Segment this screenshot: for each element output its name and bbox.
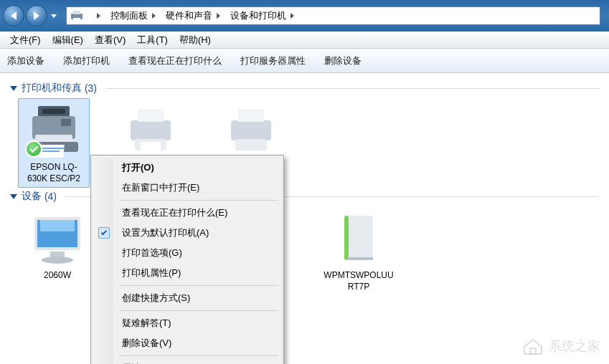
separator <box>119 310 278 311</box>
svg-rect-1 <box>73 11 80 14</box>
breadcrumb-segment[interactable]: 设备和打印机 <box>225 7 298 24</box>
ctx-open[interactable]: 打开(O) <box>93 158 281 178</box>
svg-rect-13 <box>138 109 164 122</box>
nav-history-button[interactable] <box>49 5 59 27</box>
add-device-button[interactable]: 添加设备 <box>7 54 44 67</box>
svg-rect-18 <box>235 139 267 150</box>
print-server-properties-button[interactable]: 打印服务器属性 <box>240 54 306 67</box>
ctx-view-queue[interactable]: 查看现在正在打印什么(E) <box>93 203 281 223</box>
ctx-open-new-window[interactable]: 在新窗口中打开(E) <box>93 178 281 198</box>
breadcrumb-label: 硬件和声音 <box>166 9 212 22</box>
svg-rect-2 <box>73 18 80 21</box>
ctx-properties[interactable]: 属性(R) <box>93 358 281 364</box>
device-item[interactable]: 2060W <box>22 210 93 292</box>
menu-bar: 文件(F) 编辑(E) 查看(V) 工具(T) 帮助(H) <box>0 32 609 49</box>
nav-buttons <box>3 5 59 27</box>
nav-forward-button[interactable] <box>26 5 47 27</box>
device-label: 2060W <box>22 270 93 282</box>
chevron-right-icon <box>291 13 294 19</box>
arrow-right-icon <box>34 11 39 20</box>
svg-rect-12 <box>131 120 171 140</box>
menu-edit[interactable]: 编辑(E) <box>47 32 89 48</box>
chevron-right-icon <box>217 13 220 19</box>
ctx-set-default[interactable]: 设置为默认打印机(A) <box>93 223 281 243</box>
external-drive-icon <box>330 210 387 267</box>
group-label: 设备 <box>22 190 42 203</box>
svg-rect-16 <box>231 120 271 140</box>
watermark-text: 系统之家 <box>549 337 600 355</box>
collapse-icon[interactable] <box>10 86 17 91</box>
separator <box>119 200 278 201</box>
ctx-preferences[interactable]: 打印首选项(G) <box>93 243 281 263</box>
separator <box>119 285 278 286</box>
add-printer-button[interactable]: 添加打印机 <box>63 54 110 67</box>
printer-icon <box>122 102 179 159</box>
ctx-troubleshoot[interactable]: 疑难解答(T) <box>93 313 281 333</box>
default-check-icon <box>25 140 42 158</box>
svg-rect-4 <box>42 109 65 114</box>
menu-help[interactable]: 帮助(H) <box>174 32 217 48</box>
context-menu: 打开(O) 在新窗口中打开(E) 查看现在正在打印什么(E) 设置为默认打印机(… <box>90 155 284 364</box>
command-bar: 添加设备 添加打印机 查看现在正在打印什么 打印服务器属性 删除设备 <box>0 49 609 73</box>
ctx-create-shortcut[interactable]: 创建快捷方式(S) <box>93 288 281 308</box>
group-count: (4) <box>44 191 57 202</box>
chevron-down-icon <box>51 14 57 18</box>
breadcrumb-segment[interactable] <box>87 7 105 24</box>
menu-view[interactable]: 查看(V) <box>89 32 131 48</box>
chevron-right-icon <box>152 13 156 19</box>
svg-rect-17 <box>238 109 264 122</box>
monitor-icon <box>29 210 86 267</box>
svg-rect-25 <box>344 216 349 260</box>
arrow-left-icon <box>11 11 16 20</box>
device-label: WPMTSWPOLUURT7P <box>323 270 395 292</box>
chevron-right-icon <box>97 13 100 19</box>
device-item[interactable]: WPMTSWPOLUURT7P <box>323 210 395 292</box>
svg-rect-22 <box>50 252 65 257</box>
svg-rect-6 <box>61 119 71 126</box>
printer-mfp-icon <box>25 102 82 159</box>
svg-rect-10 <box>42 148 64 149</box>
device-label: EPSON LQ-630K ESC/P2 <box>22 162 86 184</box>
svg-rect-15 <box>141 142 161 155</box>
menu-file[interactable]: 文件(F) <box>4 32 47 48</box>
menu-tools[interactable]: 工具(T) <box>131 32 174 48</box>
ctx-printer-properties[interactable]: 打印机属性(P) <box>93 263 281 283</box>
svg-rect-26 <box>347 257 373 260</box>
separator <box>119 355 278 356</box>
group-header-printers[interactable]: 打印机和传真 (3) <box>10 76 599 102</box>
ctx-item-label: 设置为默认打印机(A) <box>122 227 209 238</box>
printer-category-icon <box>70 9 84 22</box>
watermark: 系统之家 <box>521 337 600 355</box>
svg-rect-11 <box>42 150 60 152</box>
svg-rect-21 <box>40 220 75 231</box>
house-icon <box>521 337 544 355</box>
address-bar[interactable]: 控制面板 硬件和声音 设备和打印机 <box>66 6 600 25</box>
ctx-remove-device[interactable]: 删除设备(V) <box>93 333 281 353</box>
svg-point-23 <box>42 257 73 264</box>
device-item[interactable]: EPSON LQ-630K ESC/P2 <box>18 98 90 188</box>
remove-device-button[interactable]: 删除设备 <box>324 54 362 67</box>
breadcrumb-label: 设备和打印机 <box>230 9 286 22</box>
view-print-queue-button[interactable]: 查看现在正在打印什么 <box>128 54 222 67</box>
breadcrumb-segment[interactable]: 硬件和声音 <box>160 7 225 24</box>
window-titlebar: 控制面板 硬件和声音 设备和打印机 <box>0 0 609 32</box>
group-label: 打印机和传真 <box>22 82 82 95</box>
printer-icon <box>222 102 280 159</box>
check-icon <box>98 227 110 239</box>
breadcrumb-label: 控制面板 <box>110 9 148 22</box>
collapse-icon[interactable] <box>10 194 17 199</box>
divider <box>105 88 599 89</box>
breadcrumb-segment[interactable]: 控制面板 <box>105 7 160 24</box>
svg-rect-27 <box>530 348 536 354</box>
group-count: (3) <box>85 82 97 94</box>
nav-back-button[interactable] <box>3 5 24 27</box>
